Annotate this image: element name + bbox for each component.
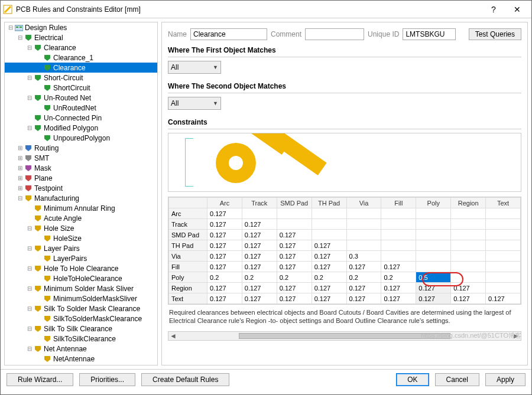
tree-item[interactable]: LayerPairs (5, 253, 157, 263)
grid-cell[interactable] (486, 251, 521, 262)
rule-wizard-button[interactable]: Rule Wizard... (7, 373, 73, 386)
grid-cell[interactable]: 0.127 (277, 293, 312, 304)
grid-cell[interactable]: 0.127 (277, 230, 312, 240)
grid-cell[interactable] (312, 230, 346, 240)
grid-row-header[interactable]: Fill (169, 262, 207, 272)
priorities-button[interactable]: Priorities... (79, 373, 135, 386)
grid-cell[interactable]: 0.127 (416, 293, 451, 304)
tree-item[interactable]: Acute Angle (5, 213, 157, 223)
grid-cell[interactable]: 0.127 (207, 283, 242, 293)
grid-cell[interactable]: 0.127 (277, 262, 312, 272)
grid-cell[interactable] (381, 251, 416, 262)
ok-button[interactable]: OK (396, 373, 429, 386)
grid-cell[interactable]: 0.127 (277, 251, 312, 262)
grid-col-header[interactable] (169, 198, 207, 208)
scroll-left-icon[interactable]: ◄ (168, 332, 178, 340)
tree-item[interactable]: ⊟Net Antennae (5, 344, 157, 354)
tree-item[interactable]: ⊞Testpoint (5, 183, 157, 193)
grid-cell[interactable]: 0.127 (381, 293, 416, 304)
grid-cell[interactable]: 0.2 (207, 272, 242, 283)
grid-row-header[interactable]: Text (169, 293, 207, 304)
tree-item[interactable]: ⊞Routing (5, 143, 157, 153)
grid-cell[interactable] (486, 208, 521, 219)
grid-cell[interactable] (416, 208, 451, 219)
grid-cell[interactable]: 0.127 (346, 262, 381, 272)
grid-cell[interactable] (346, 219, 381, 230)
grid-cell[interactable] (416, 219, 451, 230)
grid-cell[interactable]: 0.127 (207, 240, 242, 251)
grid-col-header[interactable]: SMD Pad (277, 198, 312, 208)
grid-row-header[interactable]: Arc (169, 208, 207, 219)
tree-item[interactable]: ⊟Un-Routed Net (5, 93, 157, 103)
grid-cell[interactable] (381, 219, 416, 230)
grid-cell[interactable]: 0.127 (486, 293, 521, 304)
grid-cell[interactable] (486, 283, 521, 293)
tree-item[interactable]: ⊞SMT (5, 153, 157, 163)
grid-col-header[interactable]: Text (486, 198, 521, 208)
grid-cell[interactable]: 0.5 (416, 272, 451, 283)
grid-col-header[interactable]: Fill (381, 198, 416, 208)
grid-cell[interactable]: 0.127 (381, 262, 416, 272)
grid-col-header[interactable]: Arc (207, 198, 242, 208)
grid-cell[interactable] (312, 208, 346, 219)
grid-cell[interactable] (381, 208, 416, 219)
grid-col-header[interactable]: Region (451, 198, 486, 208)
tree-item[interactable]: ⊟Hole To Hole Clearance (5, 263, 157, 273)
grid-cell[interactable] (381, 240, 416, 251)
tree-expander-icon[interactable]: ⊞ (17, 155, 24, 161)
tree-item[interactable]: UnpouredPolygon (5, 133, 157, 143)
first-match-combo[interactable]: All ▼ (168, 61, 221, 74)
tree-item[interactable]: ⊟Electrical (5, 32, 157, 43)
grid-cell[interactable]: 0.127 (312, 283, 346, 293)
grid-cell[interactable] (242, 208, 277, 219)
grid-cell[interactable] (451, 262, 486, 272)
grid-row-header[interactable]: Poly (169, 272, 207, 283)
tree-item[interactable]: Clearance (5, 63, 157, 73)
grid-cell[interactable]: 0.127 (207, 208, 242, 219)
tree-expander-icon[interactable]: ⊟ (26, 265, 33, 272)
tree-expander-icon[interactable]: ⊟ (26, 94, 33, 101)
grid-cell[interactable] (416, 240, 451, 251)
help-button[interactable]: ? (482, 5, 505, 14)
grid-cell[interactable] (451, 240, 486, 251)
grid-cell[interactable]: 0.127 (242, 293, 277, 304)
grid-cell[interactable] (451, 219, 486, 230)
second-match-combo[interactable]: All ▼ (168, 97, 221, 110)
tree-item[interactable]: ShortCircuit (5, 83, 157, 93)
tree-item[interactable]: ⊟Hole Size (5, 223, 157, 233)
tree-item[interactable]: ⊟Clearance (5, 43, 157, 53)
tree-expander-icon[interactable]: ⊞ (17, 185, 24, 191)
grid-cell[interactable]: 0.2 (312, 272, 346, 283)
grid-cell[interactable] (486, 219, 521, 230)
rules-tree[interactable]: ⊟Design Rules⊟Electrical⊟ClearanceCleara… (4, 22, 158, 365)
tree-expander-icon[interactable]: ⊟ (26, 345, 33, 352)
grid-cell[interactable] (416, 230, 451, 240)
grid-cell[interactable]: 0.127 (207, 251, 242, 262)
tree-item[interactable]: NetAntennae (5, 354, 157, 364)
tree-item[interactable]: ⊟Silk To Silk Clearance (5, 324, 157, 334)
tree-item[interactable]: ⊞Plane (5, 173, 157, 183)
grid-cell[interactable]: 0.127 (207, 262, 242, 272)
grid-cell[interactable] (277, 219, 312, 230)
tree-item[interactable]: Board Outline Clearance (5, 364, 157, 365)
grid-cell[interactable]: 0.127 (416, 283, 451, 293)
grid-row-header[interactable]: Via (169, 251, 207, 262)
tree-expander-icon[interactable]: ⊟ (26, 125, 33, 131)
grid-cell[interactable] (381, 230, 416, 240)
grid-cell[interactable] (451, 272, 486, 283)
grid-cell[interactable]: 0.127 (207, 293, 242, 304)
tree-item[interactable]: ⊟Silk To Solder Mask Clearance (5, 303, 157, 314)
comment-input[interactable] (305, 28, 364, 40)
grid-cell[interactable]: 0.127 (451, 283, 486, 293)
grid-cell[interactable]: 0.3 (346, 251, 381, 262)
grid-col-header[interactable]: Poly (416, 198, 451, 208)
grid-cell[interactable]: 0.127 (242, 283, 277, 293)
grid-cell[interactable] (346, 240, 381, 251)
grid-cell[interactable] (346, 208, 381, 219)
grid-cell[interactable] (346, 230, 381, 240)
grid-cell[interactable]: 0.127 (312, 240, 346, 251)
tree-expander-icon[interactable]: ⊞ (17, 175, 24, 181)
apply-button[interactable]: Apply (485, 373, 525, 386)
name-input[interactable] (190, 28, 267, 40)
grid-row-header[interactable]: Track (169, 219, 207, 230)
